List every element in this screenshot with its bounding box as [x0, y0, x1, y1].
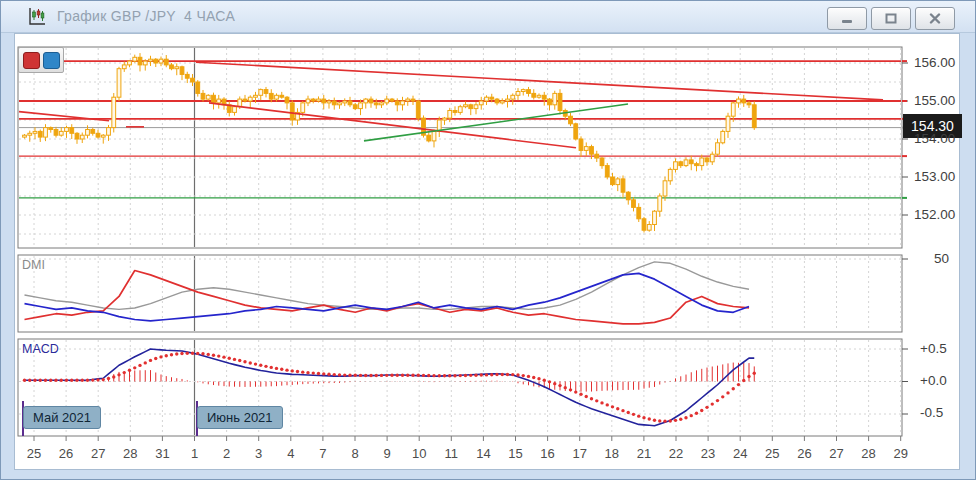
dmi-pane-label: DMI	[22, 258, 45, 272]
x-axis-day-label: 26	[791, 446, 817, 461]
chart-toolbar	[18, 47, 64, 73]
x-axis-day-label: 29	[888, 446, 914, 461]
x-axis-day-label: 25	[21, 446, 47, 461]
price-axis-label: 153.00	[914, 169, 955, 184]
x-axis-day-label: 14	[470, 446, 496, 461]
x-axis-day-label: 25	[759, 446, 785, 461]
price-axis-label: 155.00	[914, 93, 955, 108]
month-label-may: Май 2021	[23, 406, 101, 429]
price-axis-label: 154.00	[914, 131, 955, 146]
x-axis-day-label: 28	[856, 446, 882, 461]
price-axis-label: 156.00	[914, 55, 955, 70]
macd-axis-label-zero: +0.0	[920, 373, 947, 388]
x-axis-day-label: 10	[406, 446, 432, 461]
x-axis-day-label: 11	[438, 446, 464, 461]
x-axis-day-label: 8	[342, 446, 368, 461]
x-axis-day-label: 27	[85, 446, 111, 461]
x-axis-day-label: 1	[182, 446, 208, 461]
dmi-axis-label-50: 50	[934, 251, 949, 266]
x-axis-day-label: 24	[727, 446, 753, 461]
red-square-button[interactable]	[23, 52, 40, 69]
x-axis-day-label: 28	[117, 446, 143, 461]
blue-square-button[interactable]	[43, 52, 60, 69]
x-axis-day-label: 27	[824, 446, 850, 461]
x-axis-day-label: 18	[599, 446, 625, 461]
x-axis-day-label: 31	[149, 446, 175, 461]
x-axis-day-label: 3	[246, 446, 272, 461]
x-axis-day-label: 16	[535, 446, 561, 461]
macd-axis-label-neg: -0.5	[920, 405, 943, 420]
macd-axis-label-pos: +0.5	[920, 341, 947, 356]
x-axis-day-label: 26	[53, 446, 79, 461]
x-axis-day-label: 2	[214, 446, 240, 461]
x-axis-day-label: 7	[310, 446, 336, 461]
price-chart-canvas[interactable]	[1, 1, 976, 480]
x-axis-day-label: 22	[663, 446, 689, 461]
x-axis-day-label: 9	[374, 446, 400, 461]
chart-window: График GBP /JPY 4 ЧАСА DMI MACD 50 +0.5 …	[0, 0, 976, 480]
macd-pane-label: MACD	[22, 342, 59, 356]
x-axis-day-label: 21	[631, 446, 657, 461]
x-axis-day-label: 23	[695, 446, 721, 461]
month-label-june: Июнь 2021	[197, 406, 283, 429]
x-axis-day-label: 4	[278, 446, 304, 461]
x-axis-day-label: 17	[567, 446, 593, 461]
x-axis-day-label: 15	[503, 446, 529, 461]
price-axis-label: 152.00	[914, 207, 955, 222]
